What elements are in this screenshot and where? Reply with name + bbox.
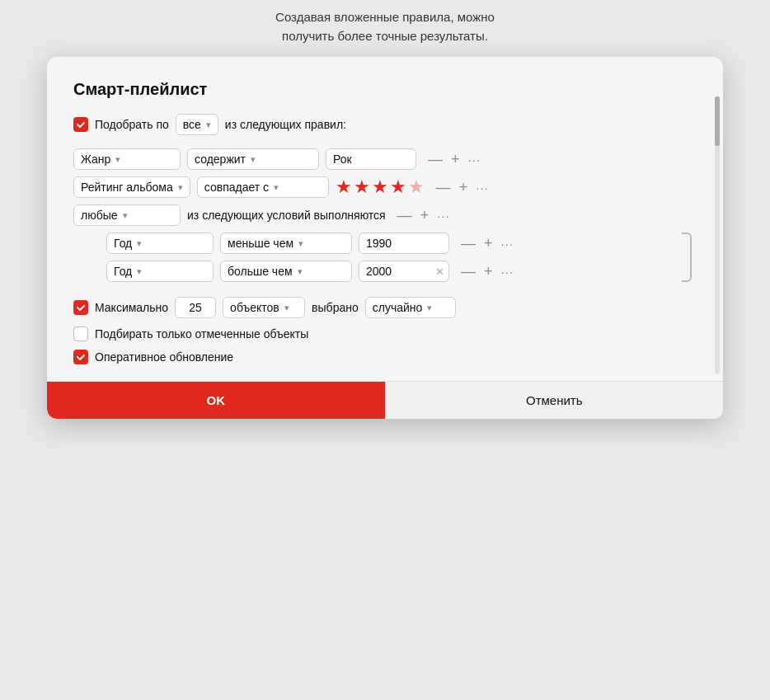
tooltip-line2: получить более точные результаты. bbox=[282, 29, 488, 43]
star-3-icon[interactable]: ★ bbox=[372, 176, 388, 198]
year2-condition-dropdown[interactable]: больше чем ▾ bbox=[220, 261, 352, 282]
rating-condition-dropdown[interactable]: совпадает с ▾ bbox=[197, 176, 329, 198]
match-label: Подобрать по bbox=[95, 118, 169, 131]
limit-label: Максимально bbox=[95, 301, 168, 314]
limit-row: Максимально объектов ▾ выбрано случайно … bbox=[73, 297, 697, 318]
rating-field-chevron-icon: ▾ bbox=[178, 182, 183, 193]
star-4-icon[interactable]: ★ bbox=[390, 176, 406, 198]
year2-condition-label: больше чем bbox=[228, 265, 293, 278]
any-condition-label: из следующих условий выполняются bbox=[187, 209, 386, 222]
limit-method-chevron-icon: ▾ bbox=[427, 303, 432, 313]
genre-condition-label: содержит bbox=[195, 153, 246, 166]
year2-clear-button[interactable]: ✕ bbox=[435, 265, 444, 278]
year1-field-label: Год bbox=[114, 237, 132, 250]
any-field-dropdown[interactable]: любые ▾ bbox=[73, 204, 181, 226]
ok-button[interactable]: OK bbox=[47, 382, 385, 419]
year2-condition-chevron-icon: ▾ bbox=[298, 266, 303, 277]
limit-section: Максимально объектов ▾ выбрано случайно … bbox=[73, 297, 697, 364]
star-2-icon[interactable]: ★ bbox=[354, 176, 370, 198]
year1-add-button[interactable]: + bbox=[482, 236, 495, 251]
any-field-label: любые bbox=[81, 209, 118, 222]
rating-field-dropdown[interactable]: Рейтинг альбома ▾ bbox=[73, 176, 190, 198]
year2-more-button[interactable]: ··· bbox=[500, 265, 516, 278]
match-value: все bbox=[183, 118, 201, 131]
limit-unit-chevron-icon: ▾ bbox=[284, 303, 289, 313]
limit-selected-label: выбрано bbox=[312, 301, 359, 314]
rules-section: Жанр ▾ содержит ▾ — + ··· Рейтинг альбом… bbox=[73, 148, 697, 282]
only-checked-row: Подбирать только отмеченные объекты bbox=[73, 327, 697, 341]
limit-method-dropdown[interactable]: случайно ▾ bbox=[365, 297, 456, 318]
genre-field-label: Жанр bbox=[81, 153, 110, 166]
star-1-icon[interactable]: ★ bbox=[336, 176, 352, 198]
genre-add-button[interactable]: + bbox=[449, 152, 462, 167]
match-dropdown[interactable]: все ▾ bbox=[176, 114, 218, 135]
nested-rules: Год ▾ меньше чем ▾ — + ··· bbox=[106, 233, 677, 282]
dialog-footer: OK Отменить bbox=[47, 381, 723, 419]
smart-playlist-dialog: Смарт-плейлист Подобрать по все ▾ из сле… bbox=[47, 57, 723, 419]
year1-field-dropdown[interactable]: Год ▾ bbox=[106, 233, 214, 254]
genre-value-input[interactable] bbox=[326, 148, 416, 170]
limit-unit-dropdown[interactable]: объектов ▾ bbox=[223, 297, 305, 318]
rating-condition-chevron-icon: ▾ bbox=[274, 182, 279, 193]
rule-row-genre: Жанр ▾ содержит ▾ — + ··· bbox=[73, 148, 697, 170]
only-checked-checkbox[interactable] bbox=[73, 327, 88, 341]
tooltip-line1: Создавая вложенные правила, можно bbox=[275, 10, 495, 24]
year2-value-wrapper: ✕ bbox=[359, 261, 449, 282]
match-suffix: из следующих правил: bbox=[225, 118, 346, 131]
any-remove-button[interactable]: — bbox=[396, 208, 414, 223]
rating-condition-label: совпадает с bbox=[204, 181, 269, 194]
only-checked-label: Подбирать только отмеченные объекты bbox=[95, 327, 308, 341]
nested-rules-container: Год ▾ меньше чем ▾ — + ··· bbox=[73, 233, 697, 282]
rating-actions: — + ··· bbox=[434, 180, 491, 195]
scrollbar-thumb[interactable] bbox=[715, 96, 720, 146]
year1-value-input[interactable] bbox=[359, 233, 449, 254]
genre-condition-dropdown[interactable]: содержит ▾ bbox=[187, 148, 319, 170]
match-chevron-icon: ▾ bbox=[206, 120, 211, 130]
star-5-icon[interactable]: ★ bbox=[408, 176, 425, 198]
genre-condition-chevron-icon: ▾ bbox=[251, 154, 256, 165]
rating-field-label: Рейтинг альбома bbox=[81, 181, 173, 194]
year2-actions: — + ··· bbox=[459, 264, 515, 279]
genre-field-dropdown[interactable]: Жанр ▾ bbox=[73, 148, 181, 170]
rating-add-button[interactable]: + bbox=[458, 180, 470, 195]
year1-remove-button[interactable]: — bbox=[459, 236, 477, 251]
tooltip: Создавая вложенные правила, можно получи… bbox=[275, 8, 495, 45]
year2-field-dropdown[interactable]: Год ▾ bbox=[106, 261, 214, 282]
any-more-button[interactable]: ··· bbox=[435, 209, 452, 222]
year1-more-button[interactable]: ··· bbox=[500, 237, 516, 250]
genre-remove-button[interactable]: — bbox=[426, 152, 444, 167]
nested-rule-row-year2: Год ▾ больше чем ▾ ✕ — bbox=[106, 261, 677, 282]
year1-condition-chevron-icon: ▾ bbox=[298, 238, 303, 249]
live-update-label: Оперативное обновление bbox=[95, 350, 233, 364]
genre-actions: — + ··· bbox=[426, 152, 482, 167]
limit-unit-label: объектов bbox=[230, 301, 279, 314]
cancel-button[interactable]: Отменить bbox=[385, 382, 724, 419]
limit-count-input[interactable] bbox=[175, 297, 216, 318]
match-row: Подобрать по все ▾ из следующих правил: bbox=[73, 114, 697, 135]
year2-remove-button[interactable]: — bbox=[459, 264, 477, 279]
year1-actions: — + ··· bbox=[459, 236, 515, 251]
any-add-button[interactable]: + bbox=[419, 208, 431, 223]
rule-row-rating: Рейтинг альбома ▾ совпадает с ▾ ★ ★ ★ ★ … bbox=[73, 176, 697, 198]
live-update-row: Оперативное обновление bbox=[73, 350, 697, 364]
limit-checkbox[interactable] bbox=[73, 300, 88, 315]
year2-add-button[interactable]: + bbox=[482, 264, 495, 279]
year2-field-chevron-icon: ▾ bbox=[137, 266, 142, 277]
nested-bracket bbox=[682, 233, 692, 282]
any-field-chevron-icon: ▾ bbox=[123, 210, 128, 221]
live-update-checkbox[interactable] bbox=[73, 350, 88, 364]
any-actions: — + ··· bbox=[396, 208, 452, 223]
stars-display[interactable]: ★ ★ ★ ★ ★ bbox=[336, 176, 425, 198]
dialog-body: Смарт-плейлист Подобрать по все ▾ из сле… bbox=[47, 57, 723, 381]
dialog-title: Смарт-плейлист bbox=[73, 80, 697, 99]
scrollbar-track[interactable] bbox=[715, 96, 720, 374]
rating-more-button[interactable]: ··· bbox=[474, 181, 491, 194]
genre-more-button[interactable]: ··· bbox=[467, 153, 483, 166]
match-checkbox[interactable] bbox=[73, 117, 88, 132]
year1-condition-dropdown[interactable]: меньше чем ▾ bbox=[220, 233, 352, 254]
year1-field-chevron-icon: ▾ bbox=[137, 238, 142, 249]
rating-remove-button[interactable]: — bbox=[434, 180, 453, 195]
genre-field-chevron-icon: ▾ bbox=[115, 154, 120, 165]
nested-rule-row-year1: Год ▾ меньше чем ▾ — + ··· bbox=[106, 233, 677, 254]
limit-method-label: случайно bbox=[373, 301, 423, 314]
